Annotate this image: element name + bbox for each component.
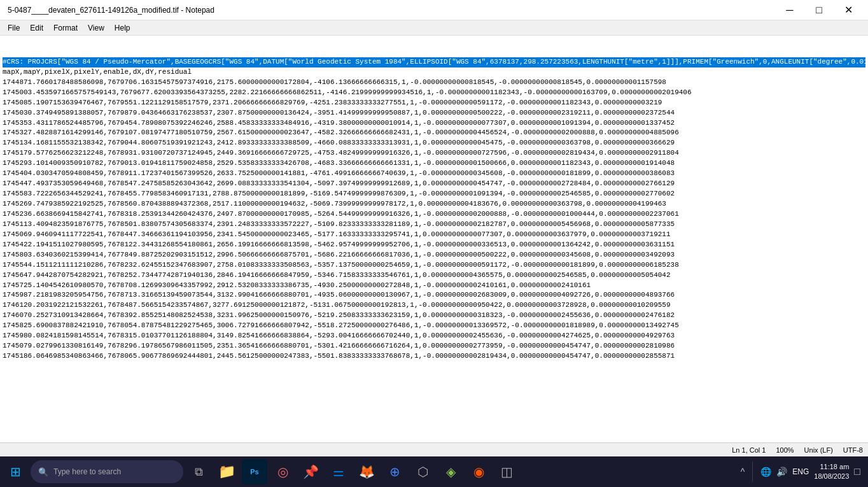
menu-edit[interactable]: Edit — [25, 22, 48, 34]
chrome-icon-symbol: ⊕ — [389, 464, 400, 479]
extra-icon-4-symbol: ◫ — [501, 464, 513, 479]
header-line: mapX,mapY,pixelX,pixelY,enable,dX,dY,res… — [3, 67, 865, 78]
extra-icon-3-symbol: ◉ — [473, 464, 484, 479]
data-line: 1745825.6900837882421910,7678054.8787548… — [3, 321, 865, 331]
data-line: 1745236.6638669415842741,7678318.2539134… — [3, 209, 865, 220]
data-line: 1745079.0279961330816149,7678296.1978656… — [3, 341, 865, 351]
search-icon: 🔍 — [38, 467, 48, 477]
zoom-level: 100% — [776, 446, 794, 454]
data-line: 1746070.2527310913428664,7678392.8552514… — [3, 311, 865, 321]
title-controls: ─ □ ✕ — [775, 0, 863, 20]
text-editor[interactable]: #CRS: PROJCRS["WGS 84 / Pseudo-Mercator"… — [0, 36, 868, 442]
data-line: 1745422.1941511027980595,7678122.3443126… — [3, 240, 865, 250]
extra-icon-2-symbol: ◈ — [446, 464, 456, 479]
language-indicator[interactable]: ENG — [792, 467, 809, 476]
data-line: 1744871.7660178488586098,7679706.1631545… — [3, 78, 865, 88]
edge-icon-symbol: ⚌ — [333, 464, 344, 479]
pin-icon-symbol: 📌 — [303, 464, 319, 479]
search-bar[interactable]: 🔍 Type here to search — [31, 460, 183, 483]
content-area[interactable]: #CRS: PROJCRS["WGS 84 / Pseudo-Mercator"… — [0, 36, 868, 442]
extra-icon-2[interactable]: ◈ — [438, 459, 463, 484]
menu-format[interactable]: Format — [48, 22, 83, 34]
show-hidden-icons[interactable]: ^ — [741, 467, 745, 477]
data-line: 1745179.5776256623212248,7678931.9310072… — [3, 148, 865, 159]
data-line: 1745030.3749495891388057,7679879.0436466… — [3, 108, 865, 118]
data-line: 1745447.4937353059649468,7678547.2475858… — [3, 179, 865, 189]
data-line: 1745269.7479385922192525,7678560.8704388… — [3, 199, 865, 209]
pin-icon[interactable]: 📌 — [298, 459, 323, 484]
data-line: 1745647.9442870754282921,7678252.7344774… — [3, 271, 865, 281]
data-line: 1745353.4311786524485796,7679454.7890807… — [3, 118, 865, 129]
browser-icon: ◎ — [277, 464, 288, 479]
browser-icon-1[interactable]: ◎ — [270, 459, 295, 484]
close-button[interactable]: ✕ — [834, 0, 863, 20]
tray-separator — [752, 462, 753, 482]
data-line: 1745987.2181983205954756,7678713.3166513… — [3, 290, 865, 300]
window-title: 5-0487____devaten_627611-149126a_modifie… — [8, 6, 214, 15]
minimize-button[interactable]: ─ — [775, 0, 804, 20]
task-view-icon: ⧉ — [195, 465, 203, 479]
data-line: 1745069.9460941117722541,7678447.3466636… — [3, 230, 865, 240]
folder-icon: 📁 — [218, 463, 235, 480]
extra-icon-3[interactable]: ◉ — [466, 459, 491, 484]
task-view-button[interactable]: ⧉ — [186, 459, 211, 484]
maximize-button[interactable]: □ — [804, 0, 834, 20]
data-line: 1745725.1404542610980570,7678708.1269930… — [3, 281, 865, 291]
clock-time: 11:18 am — [814, 462, 849, 472]
data-line: 1745327.4828871614299146,7679107.0819747… — [3, 128, 865, 138]
data-line: 1746120.2031922121532261,7678487.5665154… — [3, 300, 865, 311]
menu-bar: File Edit Format View Help — [0, 20, 868, 36]
file-explorer-icon[interactable]: 📁 — [214, 459, 239, 484]
data-line: 1745134.1681155532138342,7679044.8060751… — [3, 138, 865, 148]
photoshop-icon[interactable]: Ps — [242, 459, 267, 484]
taskbar: ⊞ 🔍 Type here to search ⧉ 📁 Ps ◎ 📌 ⚌ 🦊 ⊕… — [0, 456, 868, 487]
highlighted-line: #CRS: PROJCRS["WGS 84 / Pseudo-Mercator"… — [3, 57, 865, 67]
menu-file[interactable]: File — [3, 22, 25, 34]
clock[interactable]: 11:18 am 18/08/2023 — [814, 462, 849, 482]
data-line: 1745186.0646985340863466,7678065.9067786… — [3, 351, 865, 362]
extra-icon-1-symbol: ⬡ — [417, 464, 428, 479]
line-ending: Unix (LF) — [804, 446, 833, 454]
encoding: UTF-8 — [843, 446, 863, 454]
data-line: 1745803.6340360215399414,7677849.8872520… — [3, 250, 865, 260]
edge-icon[interactable]: ⚌ — [326, 459, 351, 484]
data-line: 1745085.1907153639476467,7679551.1221129… — [3, 98, 865, 108]
menu-view[interactable]: View — [83, 22, 109, 34]
clock-date: 18/08/2023 — [814, 472, 849, 481]
system-tray: ^ 🌐 🔊 ENG 11:18 am 18/08/2023 □ — [741, 462, 865, 482]
data-line: 1745404.0303470594808459,7678911.1723740… — [3, 169, 865, 179]
data-line: 1745544.1511211111210286,7678232.6245515… — [3, 260, 865, 271]
data-line: 1745583.7222656344529241,7678455.7798583… — [3, 189, 865, 199]
volume-icon[interactable]: 🔊 — [776, 467, 787, 477]
search-placeholder-text: Type here to search — [53, 467, 121, 476]
chrome-icon[interactable]: ⊕ — [382, 459, 407, 484]
data-line: 1745293.1014009350910782,7679013.0194181… — [3, 159, 865, 169]
data-line: 1745003.4535971665757549143,7679677.6200… — [3, 88, 865, 98]
extra-icon-1[interactable]: ⬡ — [410, 459, 435, 484]
data-line: 1745113.4094823591876775,7678501.8380757… — [3, 220, 865, 230]
status-bar: Ln 1, Col 1 100% Unix (LF) UTF-8 — [0, 442, 868, 456]
cursor-position: Ln 1, Col 1 — [732, 446, 766, 454]
ps-label: Ps — [250, 468, 258, 476]
data-line: 1745980.0824181598145514,7678315.0103770… — [3, 331, 865, 341]
windows-icon: ⊞ — [10, 464, 21, 479]
network-icon[interactable]: 🌐 — [760, 467, 771, 477]
firefox-icon[interactable]: 🦊 — [354, 459, 379, 484]
start-button[interactable]: ⊞ — [3, 459, 28, 484]
title-bar: 5-0487____devaten_627611-149126a_modifie… — [0, 0, 868, 20]
firefox-icon-symbol: 🦊 — [359, 464, 375, 479]
notification-icon[interactable]: □ — [854, 466, 860, 477]
extra-icon-4[interactable]: ◫ — [494, 459, 519, 484]
menu-help[interactable]: Help — [109, 22, 136, 34]
